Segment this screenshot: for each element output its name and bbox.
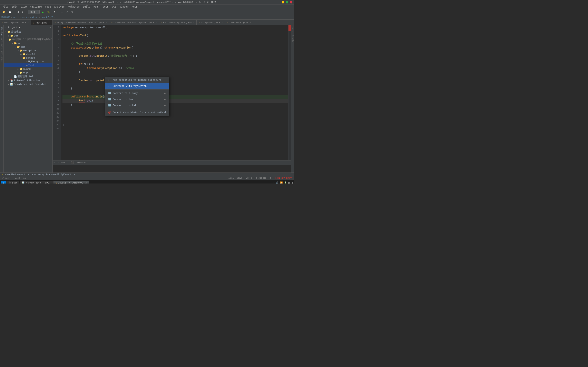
tab-indexoob[interactable]: ☕ IndexOutOfBoundsException.java ✕ (109, 20, 159, 25)
ln-1: 1 (53, 25, 59, 29)
tab-runtime[interactable]: ☕ RuntimeException.java ✕ (159, 20, 197, 25)
tree-extlibs[interactable]: ▶ 📚 External Libraries (4, 79, 52, 82)
ctx-convert-hex-icon: 🔢 (108, 97, 111, 101)
tab-throwable[interactable]: ☕ Throwable.java ✕ (225, 20, 253, 25)
bottom-tab-terminal[interactable]: ⬛ Terminal (69, 161, 88, 164)
tree-com-arrow: ▾ (14, 46, 17, 48)
status-event-log[interactable]: Event Log (14, 177, 26, 179)
tree-oop[interactable]: ▶ 📁 oop (4, 71, 52, 75)
start-button[interactable]: ⊞ (1, 181, 6, 184)
menu-window[interactable]: Window (118, 5, 130, 8)
toolbar-forward-button[interactable]: ▶ (21, 10, 25, 14)
window-controls[interactable] (282, 1, 292, 3)
menu-navigate[interactable]: Navigate (28, 5, 43, 8)
rpanel-gradle[interactable]: Gradle (291, 34, 294, 43)
nav-item-test[interactable]: Test (52, 16, 57, 18)
tab-test-close[interactable]: ✕ (49, 22, 50, 24)
code-line-19: test(a: 1); (62, 99, 288, 103)
vcs-update-button[interactable]: ⬇ (60, 10, 64, 14)
tree-test[interactable]: ▶ ☕ Test (4, 63, 52, 67)
menu-help[interactable]: Help (130, 5, 139, 8)
ctx-surround[interactable]: ⚡ Surround with try/catch (105, 83, 169, 89)
tree-myexception[interactable]: ▶ ☕ MyException (4, 60, 52, 63)
ln-25: 25 (53, 123, 59, 127)
code-line-14: System.out.println("OK"); (62, 78, 288, 82)
maximize-button[interactable] (286, 1, 288, 3)
nav-item-exception[interactable]: exception (26, 16, 38, 18)
tab-test[interactable]: ☕ Test.java ✕ (31, 20, 52, 25)
menu-tools[interactable]: Tools (100, 5, 110, 8)
tab-throwable-close[interactable]: ✕ (250, 21, 251, 24)
tab-test-label: Test.java (35, 21, 47, 24)
status-utf8: UTF-8 (246, 176, 252, 180)
settings-button[interactable]: ⚙ (70, 10, 75, 14)
toolbar-back-button[interactable]: ◀ (16, 10, 20, 14)
menu-analyze[interactable]: Analyze (52, 5, 66, 8)
ctx-add-exception[interactable]: ⚡ Add exception to method signature (105, 77, 169, 83)
code-line-8: System.out.println("传递的参数为："+a); (62, 54, 288, 58)
tree-jichu-icon: 📁 (7, 30, 10, 33)
taskbar-ocam[interactable]: 🎥 ocam (7, 181, 19, 184)
tab-myexception-close[interactable]: ✕ (27, 21, 29, 24)
tree-myexception-label: MyException (28, 60, 44, 63)
tab-exception[interactable]: ☕ Exception.java ✕ (197, 20, 225, 25)
taskbar-javase[interactable]: ☕ JavaSE [F:\班级管理...] (54, 181, 89, 184)
tab-indexoob-close[interactable]: ✕ (156, 21, 157, 24)
menu-edit[interactable]: Edit (10, 5, 19, 8)
tab-myexception[interactable]: ☕ MyException.java ✕ (0, 20, 31, 25)
sidebar-options[interactable]: ⚙ (50, 26, 51, 29)
vtab-structure[interactable]: Structure (0, 37, 3, 49)
debug-button[interactable]: 🐛 (46, 10, 52, 14)
run-button[interactable]: ▶ (40, 10, 45, 14)
toolbar-save-button[interactable]: 💾 (7, 10, 13, 14)
tab-arrayindex-close[interactable]: ✕ (105, 21, 107, 24)
tree-kuang[interactable]: ▶ 📁 kuang (4, 67, 52, 71)
nav-item-com[interactable]: com (19, 16, 24, 18)
tree-src[interactable]: ▾ 📂 src (4, 42, 52, 45)
menu-file[interactable]: File (1, 5, 10, 8)
rpanel-maven[interactable]: Maven (291, 26, 294, 34)
vcs-commit-button[interactable]: ✓ (65, 10, 69, 14)
tree-demo02[interactable]: ▾ 📂 demo02 (4, 56, 52, 60)
tree-exception[interactable]: ▾ 📂 exception (4, 49, 52, 52)
nav-item-demo02[interactable]: demo02 (41, 16, 49, 18)
toolbar-open-button[interactable]: 📂 (1, 10, 7, 14)
code-line-18: public static void main(String[] args) { (62, 95, 288, 99)
coverage-button[interactable]: ☂ (52, 10, 57, 14)
run-config-selector[interactable]: Test ▾ (28, 10, 40, 14)
tree-iml[interactable]: ▶ 📄 基础语法.iml (4, 75, 52, 79)
menu-code[interactable]: Code (43, 5, 53, 8)
tree-com-label: com (20, 45, 25, 48)
menu-run[interactable]: Run (92, 5, 100, 8)
tree-demo01[interactable]: ▶ 📁 demo01 (4, 52, 52, 56)
tab-runtime-close[interactable]: ✕ (193, 21, 194, 24)
tree-demo01-icon: 📁 (22, 53, 26, 56)
ctx-convert-binary[interactable]: 🔢 Convert to binary ▶ (105, 90, 169, 96)
ln-11: 11 (53, 66, 59, 70)
tree-com[interactable]: ▾ 📂 com (4, 45, 52, 49)
bottom-tab-todo[interactable]: ✓ TODO (56, 161, 68, 164)
nav-item-jichu[interactable]: 基础语法 (1, 16, 10, 19)
close-button[interactable] (290, 1, 292, 3)
tree-jichuroot[interactable]: ▾ 📁 基础语法 F:\班级管理\网课班\代码\JavaSE\... (4, 38, 52, 42)
taskbar-pptx[interactable]: 📊 异常机制.pptx - WP... (20, 181, 54, 184)
menu-build[interactable]: Build (81, 5, 92, 8)
nav-item-src[interactable]: src (13, 16, 17, 18)
menu-vcs[interactable]: VCS (110, 5, 118, 8)
code-editor[interactable]: package com.exception.demo02; public cla… (61, 25, 288, 160)
vtab-project[interactable]: Project (0, 26, 3, 36)
ctx-no-hints[interactable]: 🚫 Do not show hints for current method (105, 109, 169, 116)
tab-arrayindex[interactable]: ☕ ArrayIndexOutOfBoundsException.java ✕ (52, 20, 109, 25)
ln-5: 5 (53, 42, 59, 46)
editor-content[interactable]: 1 2 3 4 5 6 7 8 9 10 11 12 13 14 15 16 1… (53, 25, 291, 160)
tab-exception-close[interactable]: ✕ (222, 21, 223, 24)
menu-view[interactable]: View (19, 5, 28, 8)
minimize-button[interactable] (282, 1, 284, 3)
tree-out[interactable]: ▶ 📁 out (4, 34, 52, 38)
ctx-convert-hex[interactable]: 🔢 Convert to hex ▶ (105, 96, 169, 102)
ctx-convert-octal[interactable]: 🔢 Convert to octal ▶ (105, 102, 169, 108)
vtab-favorites[interactable]: Favorites (0, 50, 3, 62)
tree-scratches[interactable]: ▶ 📝 Scratches and Consoles (4, 82, 52, 86)
tree-jichu[interactable]: ▾ 📁 基础语法 (4, 30, 52, 34)
menu-refactor[interactable]: Refactor (66, 5, 81, 8)
